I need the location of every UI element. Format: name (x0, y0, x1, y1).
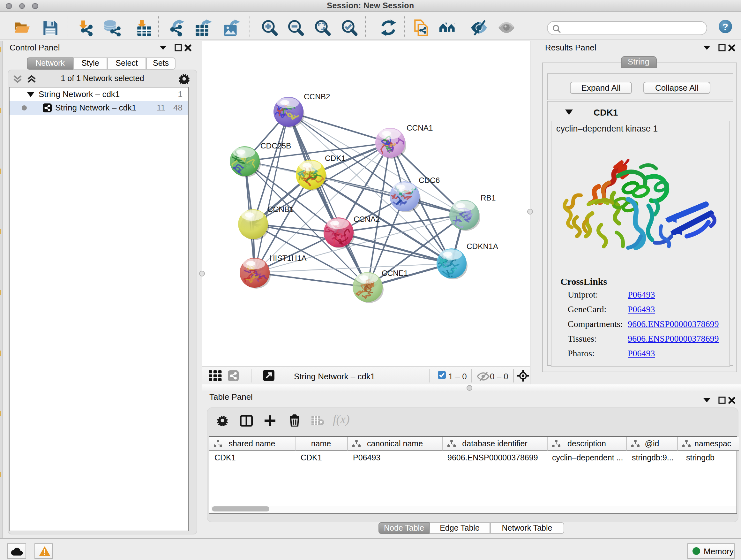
svg-text:CCNA2: CCNA2 (354, 214, 380, 223)
svg-text:CCNB1: CCNB1 (267, 205, 294, 213)
svg-text:CDC25B: CDC25B (260, 141, 291, 150)
svg-text:CCNA1: CCNA1 (407, 123, 433, 132)
svg-text:CDC6: CDC6 (419, 176, 440, 184)
svg-text:RB1: RB1 (481, 193, 495, 202)
svg-text:CCNE1: CCNE1 (382, 268, 408, 277)
svg-text:HIST1H1A: HIST1H1A (269, 253, 307, 262)
svg-text:CCNB2: CCNB2 (304, 92, 330, 101)
svg-text:CDK1: CDK1 (325, 153, 346, 162)
svg-text:CDKN1A: CDKN1A (467, 242, 498, 250)
